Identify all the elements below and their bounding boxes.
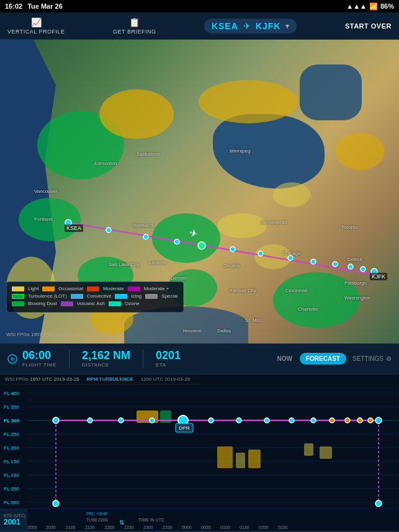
svg-text:2330: 2330 xyxy=(163,525,173,530)
svg-point-24 xyxy=(333,262,338,267)
airport-ksea: KSEA xyxy=(65,224,83,232)
map-area[interactable]: ✈ Vancouver Portland Edmonton Saskatoon … xyxy=(0,40,399,344)
svg-point-18 xyxy=(174,239,179,244)
stat-divider-1 xyxy=(69,350,69,368)
route-selector[interactable]: KSEA ✈ KJFK ▾ xyxy=(204,19,297,33)
svg-point-64 xyxy=(264,418,269,423)
map-canvas: ✈ Vancouver Portland Edmonton Saskatoon … xyxy=(0,40,399,344)
svg-text:0130: 0130 xyxy=(240,525,249,530)
vertical-profile-chart: FL 400 FL 350 FL 300 FL 250 FL 200 FL 15… xyxy=(0,384,399,508)
svg-text:FL 000: FL 000 xyxy=(4,500,19,505)
svg-point-5 xyxy=(273,272,360,328)
svg-point-63 xyxy=(236,418,241,423)
battery-indicator: 86% xyxy=(380,2,394,10)
etd-bar: ETD (UTC) 2001 FPC +3HR TU98 2200 ⇅ 2000… xyxy=(0,508,399,531)
svg-point-10 xyxy=(217,213,267,238)
get-briefing-button[interactable]: 📋 GET BRIEFING xyxy=(113,17,156,35)
status-time: 16:02 xyxy=(5,2,22,10)
svg-text:0030: 0030 xyxy=(201,525,211,530)
turbulence-source: RPM TURBULENCE xyxy=(87,376,133,382)
svg-point-11 xyxy=(273,182,310,207)
etd-label: ETD (UTC) xyxy=(4,513,27,518)
vertical-profile-button[interactable]: 📈 VERTICAL PROFILE xyxy=(7,17,65,35)
svg-text:FL 250: FL 250 xyxy=(4,432,19,437)
svg-text:FL 150: FL 150 xyxy=(4,459,19,464)
flight-time-stat: 06:00 FLIGHT TIME xyxy=(22,350,69,368)
svg-text:FL 050: FL 050 xyxy=(4,486,19,492)
svg-point-1 xyxy=(19,198,81,241)
svg-text:DPR: DPR xyxy=(179,425,190,431)
svg-rect-53 xyxy=(248,450,261,468)
now-button[interactable]: NOW xyxy=(271,353,298,365)
svg-text:⇅: ⇅ xyxy=(119,519,124,526)
svg-text:FPC +3HR: FPC +3HR xyxy=(86,512,107,516)
svg-point-23 xyxy=(311,259,316,264)
gear-icon: ⚙ xyxy=(386,355,392,362)
svg-text:TIME IN UTC: TIME IN UTC xyxy=(138,518,164,522)
svg-text:2200: 2200 xyxy=(105,525,115,530)
svg-point-58 xyxy=(87,418,92,423)
svg-text:2000: 2000 xyxy=(27,525,37,530)
profile-svg: FL 400 FL 350 FL 300 FL 250 FL 200 FL 15… xyxy=(0,384,399,508)
svg-point-22 xyxy=(288,255,293,260)
svg-text:2230: 2230 xyxy=(124,525,134,530)
airport-kjfk: KJFK xyxy=(370,273,387,280)
svg-rect-55 xyxy=(320,446,332,459)
distance-stat: 2,162 NM DISTANCE xyxy=(82,350,143,368)
signal-icon: ▲▲▲ xyxy=(346,2,367,10)
svg-text:FL 350: FL 350 xyxy=(4,404,19,410)
route-arrow-icon: ✈ xyxy=(243,21,251,31)
etd-value: 2001 xyxy=(4,518,27,526)
data-source-bar: WSI FPGs 1957 UTC 2019-03-26 RPM TURBULE… xyxy=(0,375,399,384)
wifi-icon: 📶 xyxy=(369,2,378,11)
svg-text:0100: 0100 xyxy=(220,525,230,530)
svg-text:0200: 0200 xyxy=(259,525,269,530)
start-over-button[interactable]: START OVER xyxy=(345,22,392,30)
time-axis-svg: FPC +3HR TU98 2200 ⇅ 2000 2030 2100 2130… xyxy=(27,509,399,531)
svg-point-70 xyxy=(368,418,373,423)
svg-point-69 xyxy=(357,418,362,423)
svg-point-74 xyxy=(53,500,59,507)
flight-stats: 06:00 FLIGHT TIME 2,162 NM DISTANCE 0201… xyxy=(0,344,399,375)
turbulence-date: 1200 UTC 2019-03-26 xyxy=(141,376,191,382)
vertical-profile-icon: 📈 xyxy=(31,17,42,27)
svg-text:TU98 2200: TU98 2200 xyxy=(86,518,108,522)
svg-point-16 xyxy=(106,228,111,233)
svg-point-65 xyxy=(289,418,294,423)
svg-point-21 xyxy=(258,251,263,256)
status-day: Tue Mar 26 xyxy=(27,2,63,10)
map-legend: Light Occasional Moderate Moderate + Tur… xyxy=(6,282,184,313)
svg-point-19 xyxy=(198,242,205,249)
svg-point-60 xyxy=(150,418,155,423)
svg-point-75 xyxy=(375,500,382,507)
svg-point-66 xyxy=(311,418,316,423)
svg-point-67 xyxy=(330,418,334,423)
route-to: KJFK xyxy=(256,21,281,31)
svg-point-25 xyxy=(348,264,353,269)
svg-text:FL 200: FL 200 xyxy=(4,445,19,451)
chevron-down-icon: ▾ xyxy=(285,22,289,30)
svg-rect-54 xyxy=(304,443,313,456)
svg-rect-51 xyxy=(217,446,233,468)
svg-point-62 xyxy=(208,418,213,423)
stat-divider-2 xyxy=(143,350,143,368)
forecast-button[interactable]: FORECAST xyxy=(300,353,346,365)
status-bar: 16:02 Tue Mar 26 ▲▲▲ 📶 86% xyxy=(0,0,399,12)
top-nav: 📈 VERTICAL PROFILE 📋 GET BRIEFING KSEA ✈… xyxy=(0,12,399,40)
settings-button[interactable]: SETTINGS ⚙ xyxy=(352,355,392,362)
svg-point-26 xyxy=(361,267,365,272)
svg-text:FL 100: FL 100 xyxy=(4,472,19,478)
svg-text:FL 400: FL 400 xyxy=(4,391,19,396)
svg-text:FL 300: FL 300 xyxy=(4,418,20,423)
svg-text:0230: 0230 xyxy=(278,525,288,530)
svg-point-6 xyxy=(99,89,174,139)
fpgs-source: WSI FPGs 1957 UTC 2019-03-26 xyxy=(5,376,79,382)
svg-point-30 xyxy=(11,357,14,361)
svg-text:2100: 2100 xyxy=(66,525,76,530)
briefing-icon: 📋 xyxy=(129,17,140,27)
wsi-info: WSI FPGs 1957 UTC 2019-03-26 xyxy=(6,332,81,337)
svg-point-20 xyxy=(230,247,235,252)
radar-icon xyxy=(7,354,17,364)
svg-text:2300: 2300 xyxy=(143,525,153,530)
svg-point-17 xyxy=(143,234,148,239)
